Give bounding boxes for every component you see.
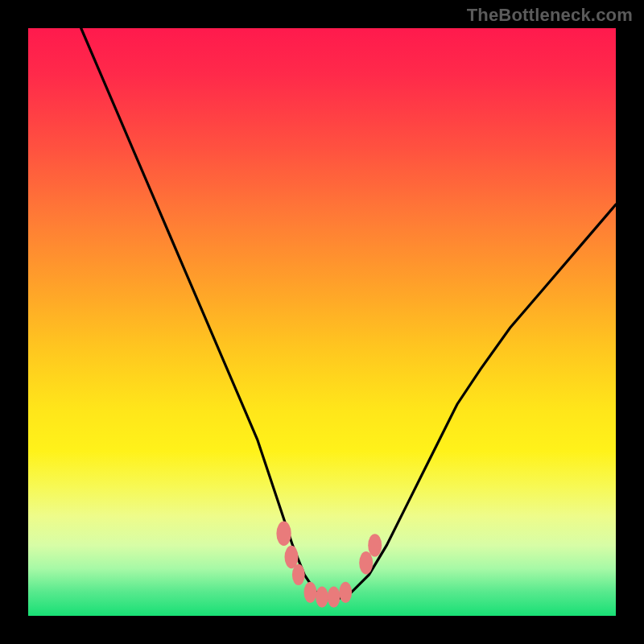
flat-4 <box>339 582 352 603</box>
dot-right-2 <box>368 534 382 556</box>
dot-right-1 <box>359 551 373 574</box>
flat-1 <box>304 582 317 603</box>
chart-frame: TheBottleneck.com <box>0 0 644 644</box>
dot-left-3 <box>292 564 305 585</box>
curve-svg <box>28 28 616 616</box>
flat-3 <box>328 587 341 608</box>
flat-2 <box>316 587 328 608</box>
dot-left-1 <box>276 522 291 547</box>
plot-area <box>28 28 616 616</box>
curve-markers <box>276 522 382 608</box>
watermark-text: TheBottleneck.com <box>467 5 633 26</box>
bottleneck-curve <box>81 28 616 598</box>
